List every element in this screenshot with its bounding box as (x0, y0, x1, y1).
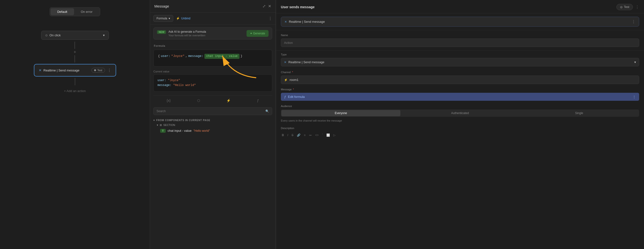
edit-formula-button[interactable]: ƒ Edit formula ⋮ (281, 93, 639, 101)
right-panel: User sends message ◎ Test ⋮ ✕ Realtime |… (276, 0, 644, 249)
numbered-list-icon[interactable]: ≔ (308, 133, 313, 137)
chevron-down-icon: ▾ (154, 119, 155, 122)
message-section: Message * ƒ Edit formula ⋮ (276, 86, 644, 103)
add-action-button[interactable]: + Add an action (64, 89, 86, 93)
right-test-button[interactable]: ◎ Test (616, 4, 633, 10)
name-input[interactable] (281, 39, 639, 47)
test-label: Test (97, 69, 102, 72)
type-dropdown[interactable]: ✕ Realtime | Send message ▾ (281, 58, 639, 66)
ai-text-sub: Your formula will be overwritten (168, 34, 206, 37)
variable-icon[interactable]: {x} (165, 98, 172, 103)
connector-line-2 (74, 55, 75, 63)
channel-input[interactable]: ⚡ room1 (281, 76, 639, 84)
formula-section-label: Formula (150, 42, 276, 48)
generate-button[interactable]: ✦ Generate (246, 30, 268, 37)
add-action-label: + Add an action (64, 89, 86, 93)
type-chevron-icon: ▾ (634, 60, 636, 64)
modal-header: Message ⤢ ✕ (150, 0, 276, 13)
tab-on-error[interactable]: On error (74, 8, 99, 15)
audience-tab-everyone[interactable]: Everyone (281, 110, 400, 116)
middle-panel: Message ⤢ ✕ Formula ▾ ⚡ Unbind ⋮ NEW Ask… (150, 0, 276, 249)
code-block-icon[interactable]: <> (314, 133, 320, 137)
channel-label: Channel * (281, 71, 639, 74)
search-input[interactable] (156, 109, 266, 113)
cv-user-key: user: (158, 79, 168, 82)
bold-icon[interactable]: B (281, 133, 285, 137)
edit-formula-menu[interactable]: ⋮ (633, 95, 636, 99)
chevron-down-icon: ▾ (103, 34, 105, 37)
connector-line (74, 42, 75, 49)
formula-bottom-toolbar: {x} ⬡ ⚡ ƒ (154, 95, 272, 105)
search-icon: 🔍 (266, 109, 269, 113)
ai-text-main: Ask AI to generate a Formula (168, 30, 206, 34)
search-box: 🔍 (154, 107, 272, 115)
function-icon[interactable]: ƒ (255, 98, 261, 103)
database-icon[interactable]: ⬡ (195, 98, 202, 103)
lightning-icon[interactable]: ⚡ (224, 98, 232, 103)
unbind-button[interactable]: ⚡ Unbind (176, 17, 190, 20)
formula-user-key: user: (161, 54, 170, 59)
action-card-label: Realtime | Send message (44, 69, 80, 72)
tab-default[interactable]: Default (50, 8, 74, 15)
channel-icon: ⚡ (284, 78, 288, 82)
tree-section-header[interactable]: ▾ ⊞ SECTION (154, 123, 272, 128)
tab-row: Default On error (50, 7, 100, 16)
channel-value: room1 (290, 78, 298, 82)
inline-code-icon[interactable]: ` (321, 133, 324, 137)
unbind-icon: ⚡ (176, 17, 180, 20)
tree-section: ▾ FROM COMPONENTS IN CURRENT PAGE ▾ ⊞ SE… (150, 117, 276, 249)
channel-section: Channel * ⚡ room1 (276, 69, 644, 86)
trigger-label: On click (50, 34, 61, 37)
tree-item-token: T (160, 129, 166, 133)
formula-message-key: message: (188, 54, 203, 59)
formula-icon: ƒ (284, 95, 286, 99)
modal-title: Message (154, 4, 169, 8)
close-icon[interactable]: ✕ (268, 4, 271, 9)
edit-formula-label: Edit formula (288, 95, 304, 99)
message-label: Message * (281, 88, 639, 91)
action-type-label: Realtime | Send message (289, 20, 325, 24)
right-test-label: Test (624, 5, 629, 9)
italic-icon[interactable]: I (286, 133, 289, 137)
type-label: Type (281, 53, 639, 56)
cursor-icon: ⊙ (45, 34, 48, 37)
tree-group-label: FROM COMPONENTS IN CURRENT PAGE (156, 119, 210, 122)
action-row-menu[interactable]: ⋮ (632, 19, 636, 24)
image-icon[interactable]: ⬜ (326, 133, 331, 137)
cv-message-key: message: (158, 84, 173, 87)
test-dot (94, 69, 96, 71)
audience-tab-single[interactable]: Single (520, 110, 639, 116)
new-badge: NEW (157, 30, 166, 34)
formula-toolbar-menu[interactable]: ⋮ (268, 16, 272, 21)
name-label: Name (281, 34, 639, 37)
tree-group-header[interactable]: ▾ FROM COMPONENTS IN CURRENT PAGE (154, 117, 272, 123)
cv-message-val: "Hello world" (173, 84, 196, 87)
arrow-icon (218, 49, 261, 80)
audience-section: Audience Everyone Authenticated Single E… (276, 103, 644, 125)
search-section: 🔍 (150, 105, 276, 117)
audience-tab-authenticated[interactable]: Authenticated (400, 110, 520, 116)
formula-open-brace: { (158, 54, 160, 59)
left-panel: Default On error ⊙ On click ▾ + ✕ Realti… (0, 0, 150, 249)
action-card-menu[interactable]: ⋮ (108, 68, 111, 73)
unbind-label: Unbind (181, 17, 190, 20)
test-badge[interactable]: Test (92, 68, 105, 73)
tree-section-label: SECTION (163, 124, 175, 126)
audience-label: Audience (281, 105, 639, 108)
strikethrough-icon[interactable]: S (290, 133, 294, 137)
trigger-selector[interactable]: ⊙ On click ▾ (41, 31, 109, 40)
formula-dropdown[interactable]: Formula ▾ (154, 15, 173, 22)
tree-item-value: "Hello world" (194, 129, 210, 132)
expand-icon[interactable]: ⤢ (262, 4, 266, 9)
link-icon[interactable]: 🔗 (296, 133, 302, 137)
tree-item[interactable]: T chat input - value "Hello world" (154, 128, 272, 134)
type-value: Realtime | Send message (288, 60, 324, 64)
description-toolbar: B I S 🔗 ≡ ≔ <> ` ⬜ ▷ (281, 132, 639, 139)
action-card: ✕ Realtime | Send message Test ⋮ (34, 64, 116, 77)
formula-user-value: "Joyce" (171, 54, 184, 59)
right-panel-menu[interactable]: ⋮ (635, 5, 639, 10)
video-icon[interactable]: ▷ (332, 133, 336, 137)
bullet-list-icon[interactable]: ≡ (303, 133, 306, 137)
realtime-icon: ✕ (39, 68, 42, 72)
connector-line-3 (75, 78, 75, 85)
